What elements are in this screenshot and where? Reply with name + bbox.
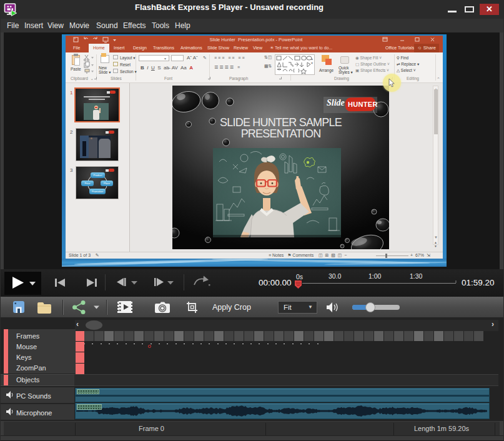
svg-text:1:00: 1:00 xyxy=(368,272,382,280)
svg-text:01:59.20: 01:59.20 xyxy=(462,278,495,287)
svg-text:0s: 0s xyxy=(296,273,303,280)
svg-text:00:00.00: 00:00.00 xyxy=(259,278,292,287)
svg-text:1:30: 1:30 xyxy=(410,272,423,280)
svg-text:Apply Crop: Apply Crop xyxy=(212,303,251,312)
svg-text:30.0: 30.0 xyxy=(329,272,342,280)
